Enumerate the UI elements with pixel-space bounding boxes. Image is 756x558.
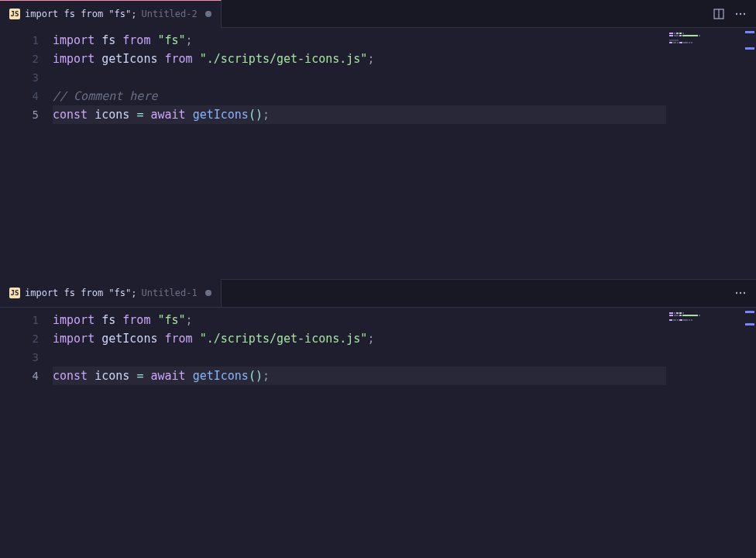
token-fn: getIcons	[193, 108, 249, 122]
tab-untitled-2[interactable]: JS import fs from "fs"; Untitled-2	[0, 0, 222, 28]
line-number: 1	[0, 31, 53, 50]
token-kw: await	[150, 108, 185, 122]
token-punc: ()	[249, 108, 263, 122]
more-actions-icon[interactable]	[734, 287, 747, 299]
token-semi: ;	[263, 369, 270, 383]
tab-subtitle: Untitled-1	[142, 288, 198, 298]
token-var	[157, 332, 164, 346]
svg-point-5	[736, 292, 737, 294]
token-fn: getIcons	[193, 369, 249, 383]
dirty-indicator-icon	[205, 11, 211, 17]
editor-pane-bottom: JS import fs from "fs"; Untitled-1 1234 …	[0, 279, 756, 559]
code-line[interactable]: const icons = await getIcons();	[53, 105, 666, 124]
token-var	[94, 33, 101, 47]
token-var	[115, 33, 122, 47]
minimap-line	[669, 37, 741, 39]
token-kw: const	[53, 108, 88, 122]
token-str: "fs"	[157, 313, 185, 327]
line-number: 2	[0, 329, 53, 348]
code-line[interactable]: import fs from "fs";	[53, 31, 666, 50]
token-var: getIcons	[101, 52, 157, 66]
token-var: fs	[101, 33, 115, 47]
tab-title: import fs from "fs";	[25, 288, 137, 298]
token-comment: // Comment here	[53, 89, 157, 103]
editor-body-top[interactable]: 12345 import fs from "fs";import getIcon…	[0, 28, 756, 279]
minimap-line	[669, 312, 741, 314]
token-str: "./scripts/get-icons.js"	[200, 52, 368, 66]
code-line[interactable]	[53, 348, 666, 367]
line-number: 2	[0, 50, 53, 68]
minimap[interactable]	[666, 28, 744, 279]
token-kw: from	[122, 33, 150, 47]
token-var	[186, 108, 193, 122]
svg-point-3	[740, 12, 741, 14]
code-area[interactable]: import fs from "fs";import getIcons from…	[53, 28, 666, 279]
code-line[interactable]: // Comment here	[53, 87, 666, 105]
line-number: 1	[0, 311, 53, 329]
token-punc: ()	[249, 369, 263, 383]
token-var	[88, 369, 94, 383]
token-semi: ;	[367, 332, 374, 346]
token-kw: from	[165, 332, 193, 346]
svg-point-4	[744, 12, 745, 14]
token-kw: await	[150, 369, 185, 383]
minimap-line	[669, 315, 741, 316]
token-var: icons	[94, 108, 129, 122]
tab-untitled-1[interactable]: JS import fs from "fs"; Untitled-1	[0, 279, 222, 307]
scroll-marker	[745, 31, 754, 33]
token-kw: import	[53, 52, 94, 66]
token-var	[94, 313, 101, 327]
token-str: "fs"	[157, 33, 185, 47]
minimap-line	[669, 319, 741, 321]
code-line[interactable]	[53, 68, 666, 87]
minimap[interactable]	[666, 308, 744, 559]
minimap-line	[669, 35, 741, 36]
line-number: 3	[0, 348, 53, 367]
token-semi: ;	[263, 108, 270, 122]
minimap-line	[669, 317, 741, 319]
svg-point-7	[744, 292, 745, 294]
scrollbar[interactable]	[744, 28, 756, 279]
javascript-icon: JS	[9, 288, 20, 298]
line-number: 5	[0, 105, 53, 124]
line-gutter: 12345	[0, 28, 53, 279]
line-gutter: 1234	[0, 308, 53, 559]
tab-bar-bottom: JS import fs from "fs"; Untitled-1	[0, 280, 756, 308]
scrollbar[interactable]	[744, 308, 756, 559]
scroll-marker	[745, 323, 754, 326]
line-number: 4	[0, 367, 53, 385]
more-actions-icon[interactable]	[734, 8, 747, 20]
scroll-marker	[745, 311, 754, 313]
token-kw: import	[53, 332, 94, 346]
token-var	[88, 108, 94, 122]
code-line[interactable]: import getIcons from "./scripts/get-icon…	[53, 329, 666, 348]
code-line[interactable]: const icons = await getIcons();	[53, 367, 666, 385]
token-var	[94, 52, 101, 66]
tab-actions-top	[713, 8, 756, 20]
code-line[interactable]: import getIcons from "./scripts/get-icon…	[53, 50, 666, 68]
token-str: "./scripts/get-icons.js"	[200, 332, 368, 346]
javascript-icon: JS	[9, 9, 20, 19]
dirty-indicator-icon	[205, 290, 211, 296]
token-var	[115, 313, 122, 327]
svg-point-6	[740, 292, 741, 294]
minimap-line	[669, 33, 741, 34]
split-editor-icon[interactable]	[713, 8, 725, 20]
token-semi: ;	[186, 313, 193, 327]
line-number: 3	[0, 68, 53, 87]
tab-actions-bottom	[734, 287, 756, 299]
minimap-line	[669, 42, 741, 43]
editor-body-bottom[interactable]: 1234 import fs from "fs";import getIcons…	[0, 308, 756, 559]
tab-bar-top: JS import fs from "fs"; Untitled-2	[0, 0, 756, 28]
tab-title: import fs from "fs";	[25, 9, 137, 19]
token-kw: import	[53, 313, 94, 327]
token-var	[157, 52, 164, 66]
token-semi: ;	[186, 33, 193, 47]
code-area[interactable]: import fs from "fs";import getIcons from…	[53, 308, 666, 559]
token-kw: from	[122, 313, 150, 327]
token-var: getIcons	[101, 332, 157, 346]
code-line[interactable]: import fs from "fs";	[53, 311, 666, 329]
token-var	[193, 52, 200, 66]
token-var: fs	[101, 313, 115, 327]
token-var: icons	[94, 369, 129, 383]
